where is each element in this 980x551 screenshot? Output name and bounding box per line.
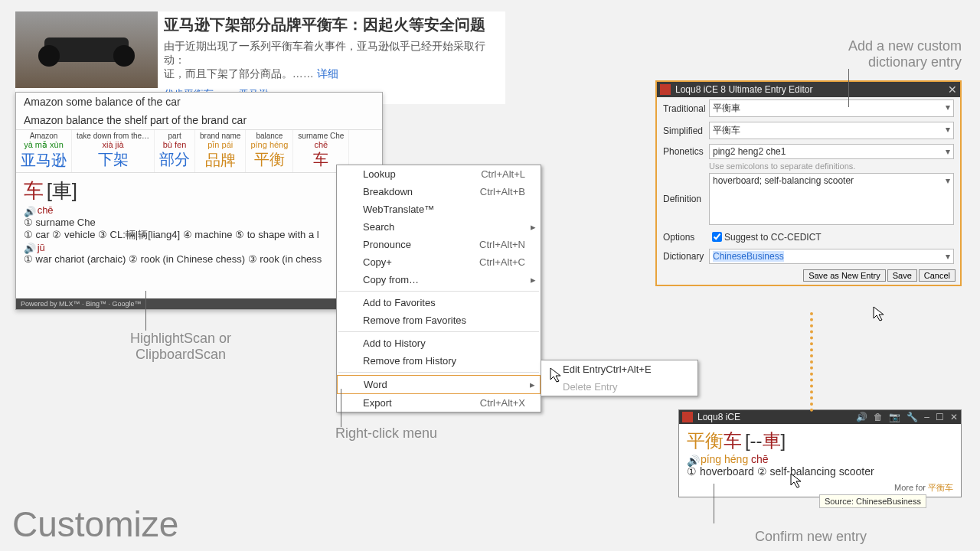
- context-menu[interactable]: LookupCtrl+Alt+LBreakdownCtrl+Alt+BWebTr…: [336, 165, 541, 412]
- menu-item[interactable]: Search▸: [337, 218, 541, 236]
- word-cell[interactable]: Amazonyà mǎ xùn亚马逊: [16, 130, 72, 172]
- label-simplified: Simplified: [663, 126, 709, 136]
- field-phonetics[interactable]: ping2 heng2 che1: [709, 144, 954, 159]
- entry-pinyin-2: jū: [38, 242, 45, 253]
- menu-item[interactable]: Add to History: [337, 334, 541, 352]
- scan-popup: Amazon some balance of the car Amazon ba…: [15, 92, 383, 310]
- app-icon: [660, 84, 671, 95]
- field-simplified[interactable]: 平衡车: [709, 122, 954, 139]
- suggest-checkbox[interactable]: [712, 232, 722, 242]
- speaker-icon[interactable]: 🔊: [24, 243, 34, 253]
- label-traditional: Traditional: [663, 103, 709, 114]
- entry-def-3: ① war chariot (archaic) ② rook (in Chine…: [24, 253, 374, 265]
- label-options: Options: [663, 232, 709, 243]
- menu-item[interactable]: Word▸: [337, 375, 541, 394]
- page-title: Customize: [12, 504, 178, 545]
- suggest-label: Suggest to CC-CEDICT: [724, 232, 822, 243]
- ann-scan: HighlightScan or ClipboardScan: [130, 331, 231, 363]
- word-cell[interactable]: balancepíng héng平衡: [246, 130, 293, 172]
- label-dictionary: Dictionary: [663, 251, 709, 262]
- close-icon[interactable]: ✕: [950, 412, 958, 422]
- close-icon[interactable]: ✕: [948, 83, 957, 96]
- field-traditional[interactable]: 平衡車: [709, 99, 954, 117]
- menu-item[interactable]: Remove from History: [337, 352, 541, 370]
- menu-item[interactable]: Add to Favorites: [337, 294, 541, 311]
- menu-item[interactable]: WebTranslate™: [337, 201, 541, 218]
- mt-line-1: Amazon some balance of the car: [16, 93, 382, 111]
- ann-confirm: Confirm new entry: [755, 529, 867, 545]
- ann-rcm: Right-click menu: [335, 425, 437, 442]
- sound-icon[interactable]: 🔊: [856, 412, 867, 422]
- entry-simp: 车: [24, 179, 44, 202]
- cursor-icon: [873, 306, 887, 321]
- submenu-item[interactable]: Edit EntryCtrl+Alt+E: [541, 360, 697, 378]
- definition-hint: Use semicolons to separate definitions.: [657, 161, 960, 171]
- label-phonetics: Phonetics: [663, 146, 709, 157]
- editor-titlebar[interactable]: Loqu8 iCE 8 Ultimate Entry Editor ✕: [657, 82, 960, 97]
- camera-icon[interactable]: 📷: [889, 412, 900, 422]
- trash-icon[interactable]: 🗑: [874, 412, 883, 422]
- confirm-hz-1: 平衡: [687, 430, 724, 451]
- field-dictionary[interactable]: ChineseBusiness: [709, 249, 954, 264]
- mt-line-2: Amazon balance the shelf part of the bra…: [16, 111, 382, 129]
- word-submenu[interactable]: Edit EntryCtrl+Alt+EDelete Entry: [541, 360, 698, 396]
- entry-trad: [車]: [47, 179, 77, 202]
- confirm-popup: Loqu8 iCE 🔊 🗑 📷 🔧 – ☐ ✕ 平衡车 [--車] 🔊 píng…: [678, 409, 962, 497]
- menu-item[interactable]: Copy from…▸: [337, 271, 541, 289]
- news-body: 由于近期出现了一系列平衡车着火事件，亚马逊似乎已经开始采取行动： 证，而且下架了…: [164, 40, 499, 81]
- word-cell[interactable]: take down from the…xià jià下架: [72, 130, 155, 172]
- confirm-def: ① hoverboard ② self-balancing scooter: [687, 465, 874, 478]
- source-tooltip: Source: ChineseBusiness: [819, 494, 926, 508]
- dictionary-entry: 车 [車] 🔊 chē ① surname Che ① car ② vehicl…: [16, 173, 382, 269]
- news-card: 亚马逊下架部分品牌平衡车：因起火等安全问题 由于近期出现了一系列平衡车着火事件，…: [15, 11, 505, 104]
- entry-editor: Loqu8 iCE 8 Ultimate Entry Editor ✕ Trad…: [655, 80, 962, 286]
- ann-add-entry: Add a new custom dictionary entry: [848, 38, 962, 70]
- news-title[interactable]: 亚马逊下架部分品牌平衡车：因起火等安全问题: [164, 15, 499, 35]
- menu-item[interactable]: LookupCtrl+Alt+L: [337, 165, 541, 183]
- entry-pinyin-1: chē: [38, 204, 54, 216]
- gear-icon[interactable]: 🔧: [906, 412, 918, 422]
- menu-item[interactable]: PronounceCtrl+Alt+N: [337, 236, 541, 253]
- label-definition: Definition: [663, 194, 709, 204]
- submenu-item: Delete Entry: [541, 378, 697, 396]
- confirm-hz-2: 车: [724, 430, 742, 451]
- save-new-button[interactable]: Save as New Entry: [803, 269, 886, 282]
- field-definition[interactable]: hoverboard; self-balancing scooter: [709, 173, 954, 225]
- menu-item[interactable]: ExportCtrl+Alt+X: [337, 394, 541, 412]
- word-cell[interactable]: brand namepǐn pái品牌: [195, 130, 246, 172]
- app-icon: [682, 412, 693, 422]
- confirm-py-2: chē: [751, 453, 769, 465]
- entry-def-2: ① car ② vehicle ③ CL:輛|辆[liang4] ④ machi…: [24, 228, 374, 242]
- word-cell[interactable]: partbù fen部分: [155, 130, 195, 172]
- word-row: Amazonyà mǎ xùn亚马逊take down from the…xià…: [16, 129, 382, 173]
- menu-item[interactable]: BreakdownCtrl+Alt+B: [337, 183, 541, 201]
- news-detail-link[interactable]: 详细: [317, 67, 338, 80]
- speaker-icon[interactable]: 🔊: [687, 455, 697, 465]
- maximize-icon[interactable]: ☐: [936, 412, 944, 422]
- news-thumb: [15, 11, 158, 88]
- popup-footer: Powered by MLX™ · Bing™ · Google™: [16, 298, 382, 309]
- save-button[interactable]: Save: [887, 269, 917, 282]
- more-link[interactable]: 平衡车: [928, 483, 953, 492]
- confirm-titlebar[interactable]: Loqu8 iCE 🔊 🗑 📷 🔧 – ☐ ✕: [679, 410, 961, 424]
- menu-item[interactable]: Copy+Ctrl+Alt+C: [337, 253, 541, 271]
- confirm-py-1: píng héng: [701, 453, 748, 465]
- speaker-icon[interactable]: 🔊: [24, 206, 34, 217]
- entry-def-1: ① surname Che: [24, 217, 374, 228]
- menu-item[interactable]: Remove from Favorites: [337, 311, 541, 329]
- minimize-icon[interactable]: –: [924, 412, 929, 422]
- cancel-button[interactable]: Cancel: [919, 269, 956, 282]
- editor-title: Loqu8 iCE 8 Ultimate Entry Editor: [675, 84, 812, 95]
- confirm-title: Loqu8 iCE: [697, 412, 740, 422]
